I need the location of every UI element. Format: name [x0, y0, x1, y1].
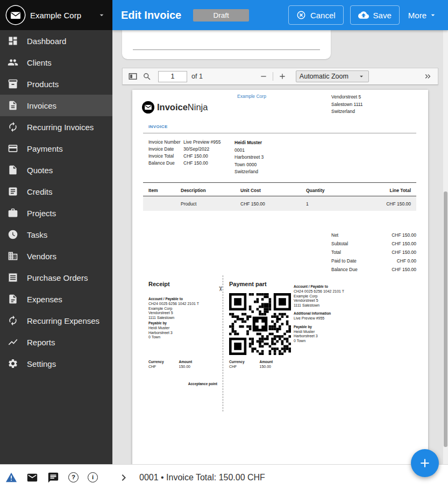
- chevron-down-icon: [97, 11, 106, 19]
- plus-icon: [278, 72, 287, 81]
- footer-summary-bar: 0001 • Invoice Total: 150.00 CHF: [112, 465, 448, 490]
- add-button[interactable]: [411, 449, 439, 477]
- app-logo-icon: [6, 6, 25, 24]
- info-icon[interactable]: i: [88, 472, 98, 482]
- dashboard-icon: [8, 35, 18, 46]
- zoom-level-select[interactable]: Automatic Zoom: [296, 70, 369, 82]
- sidebar-item-projects[interactable]: Projects: [0, 202, 112, 224]
- save-button[interactable]: Save: [350, 5, 400, 25]
- logo-text: InvoiceNinja: [157, 102, 208, 112]
- document-icon: [8, 100, 18, 111]
- sidebar-item-dashboard[interactable]: Dashboard: [0, 30, 112, 52]
- sidebar: Dashboard Clients Products Invoices Recu…: [0, 30, 112, 464]
- invoice-pdf-page: Example Corp Vendorstreet 5 Salestown 11…: [132, 90, 428, 464]
- sidebar-item-tasks[interactable]: Tasks: [0, 224, 112, 245]
- search-icon: [143, 72, 152, 81]
- mail-icon[interactable]: [26, 472, 38, 484]
- payment-currency-amount: CurrencyCHF Amount150.00: [229, 360, 273, 370]
- envelope-logo-icon: [142, 101, 154, 113]
- cloud-upload-icon: [358, 10, 369, 20]
- warning-icon[interactable]: [5, 472, 17, 484]
- sidebar-item-credits[interactable]: Credits: [0, 181, 112, 202]
- sidebar-item-recurring-invoices[interactable]: Recurring Invoices: [0, 116, 112, 138]
- toggle-sidebar-button[interactable]: [126, 69, 140, 83]
- expand-summary-button[interactable]: [116, 470, 132, 486]
- help-icon[interactable]: ?: [68, 472, 79, 482]
- sidebar-item-purchase-orders[interactable]: Purchase Orders: [0, 267, 112, 288]
- invoice-ninja-logo: InvoiceNinja: [142, 101, 208, 113]
- totals-row: NetCHF 150.00: [331, 232, 416, 238]
- pdf-toolbar: of 1 Automatic Zoom: [122, 68, 438, 85]
- sidebar-item-vendors[interactable]: Vendors: [0, 245, 112, 267]
- double-chevron-right-icon: [423, 72, 432, 81]
- invoice-form-card: [122, 30, 331, 59]
- sidebar-item-expenses[interactable]: Expenses: [0, 288, 112, 310]
- invoice-section-label: INVOICE: [148, 124, 168, 129]
- receipt-currency-amount: CurrencyCHF Amount150.00: [148, 360, 192, 370]
- receipt-account-block: Account / Payable to CH24 0025 6256 1042…: [148, 297, 199, 320]
- scissors-icon: ✂: [217, 286, 224, 292]
- company-switcher[interactable]: Example Corp: [0, 0, 112, 30]
- totals-row: Paid to DateCHF 0.00: [331, 258, 416, 264]
- invoice-detail-row: Invoice Date30/Sep/2022: [148, 146, 209, 152]
- totals-row: Balance DueCHF 150.00: [331, 267, 416, 272]
- zoom-in-button[interactable]: [275, 69, 289, 83]
- pdf-search-button[interactable]: [140, 69, 154, 83]
- bottom-bar: ? i 0001 • Invoice Total: 150.00 CHF: [0, 464, 448, 490]
- sidebar-item-settings[interactable]: Settings: [0, 353, 112, 374]
- top-app-bar: Edit Invoice Draft Cancel Save More: [112, 0, 448, 30]
- cancel-icon: [296, 10, 306, 20]
- sidebar-item-invoices[interactable]: Invoices: [0, 95, 112, 116]
- more-button[interactable]: More: [406, 11, 439, 20]
- totals-row: SubtotalCHF 150.00: [331, 241, 416, 246]
- receipt-payable-by-block: Payable by Heidi Muster Harborstreet 3 0…: [148, 321, 173, 340]
- company-name: Example Corp: [30, 11, 92, 20]
- cancel-button[interactable]: Cancel: [288, 5, 344, 25]
- sidebar-item-products[interactable]: Products: [0, 73, 112, 95]
- invoice-company-address: Vendorstreet 5 Salestown 1111 Switzerlan…: [331, 94, 363, 116]
- items-table-row: Product CHF 150.00 1 CHF 150.00: [143, 196, 416, 211]
- chart-line-icon: [8, 337, 18, 347]
- minus-icon: [259, 72, 268, 81]
- clock-icon: [8, 229, 18, 240]
- invoice-summary: 0001 • Invoice Total: 150.00 CHF: [139, 473, 265, 482]
- chat-icon[interactable]: [47, 472, 59, 484]
- file-icon: [8, 165, 18, 175]
- people-icon: [8, 57, 18, 68]
- sidebar-item-reports[interactable]: Reports: [0, 331, 112, 353]
- zoom-out-button[interactable]: [257, 69, 271, 83]
- text-field-underline: [133, 49, 320, 50]
- swiss-qr-code: [229, 293, 291, 355]
- plus-icon: [418, 456, 432, 470]
- sidebar-toggle-icon: [128, 72, 138, 81]
- invoice-detail-row: Balance DueCHF 150.00: [148, 160, 208, 166]
- divider: [143, 133, 416, 133]
- sidebar-item-recurring-expenses[interactable]: Recurring Expenses: [0, 310, 112, 331]
- pdf-viewer: Example Corp Vendorstreet 5 Salestown 11…: [122, 85, 438, 464]
- sidebar-item-clients[interactable]: Clients: [0, 52, 112, 73]
- article-icon: [8, 186, 18, 197]
- status-badge: Draft: [193, 9, 249, 22]
- page-count-label: of 1: [191, 73, 203, 80]
- totals-row: TotalCHF 150.00: [331, 250, 416, 255]
- toolbar-overflow-button[interactable]: [421, 69, 435, 83]
- scrollbar[interactable]: [443, 30, 448, 464]
- sidebar-item-payments[interactable]: Payments: [0, 138, 112, 159]
- scrollbar-thumb[interactable]: [444, 191, 447, 447]
- building-icon: [8, 251, 18, 261]
- autorenew-icon: [8, 122, 18, 132]
- invoice-company-link[interactable]: Example Corp: [237, 94, 266, 99]
- chevron-right-icon: [117, 471, 130, 484]
- main-content: of 1 Automatic Zoom Example Corp Vendors…: [112, 30, 448, 464]
- receipt-title: Receipt: [148, 281, 170, 287]
- box-icon: [8, 79, 18, 89]
- receipt-icon: [8, 272, 18, 283]
- page-number-input[interactable]: [158, 71, 187, 82]
- briefcase-icon: [8, 208, 18, 218]
- invoice-detail-row: Invoice TotalCHF 150.00: [148, 153, 208, 159]
- client-address-block: Heidi Muster 0001 Harborstreet 3 Town 00…: [234, 139, 264, 176]
- page-title: Edit Invoice: [121, 9, 181, 22]
- autorenew-icon: [8, 315, 18, 326]
- items-table-header: Item Description Unit Cost Quantity Line…: [143, 182, 416, 196]
- sidebar-item-quotes[interactable]: Quotes: [0, 159, 112, 181]
